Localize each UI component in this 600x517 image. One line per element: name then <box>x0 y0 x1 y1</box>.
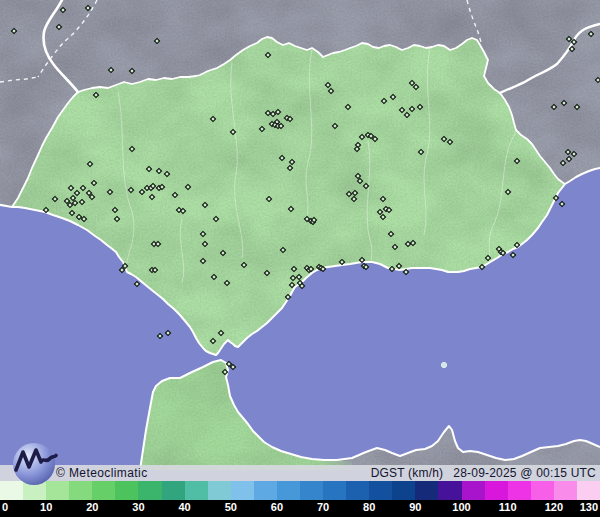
scale-color-block <box>531 481 554 500</box>
scale-tick-label: 120 <box>545 501 563 513</box>
scale-color-block <box>438 481 461 500</box>
scale-color-block <box>554 481 577 500</box>
scale-tick-label: 10 <box>40 501 52 513</box>
scale-tick-label: 20 <box>86 501 98 513</box>
scale-color-block <box>346 481 369 500</box>
weather-map-screenshot: © Meteoclimatic DGST (km/h) 28-09-2025 @… <box>0 0 600 517</box>
scale-tick-label: 80 <box>363 501 375 513</box>
alboran-island <box>441 362 446 367</box>
datetime-label: 28-09-2025 @ 00:15 UTC <box>453 466 596 480</box>
scale-color-block <box>508 481 531 500</box>
scale-color-block <box>231 481 254 500</box>
scale-color-block <box>208 481 231 500</box>
scale-color-block <box>69 481 92 500</box>
scale-tick-label: 100 <box>452 501 470 513</box>
scale-tick-label: 110 <box>499 501 517 513</box>
color-scale <box>0 481 600 500</box>
scale-tick-label: 130 <box>580 501 598 513</box>
scale-color-block <box>300 481 323 500</box>
info-bar: © Meteoclimatic DGST (km/h) 28-09-2025 @… <box>0 465 600 481</box>
copyright-label: © Meteoclimatic <box>56 466 148 480</box>
scale-color-block <box>462 481 485 500</box>
map-canvas <box>0 0 600 517</box>
scale-tick-label: 50 <box>225 501 237 513</box>
scale-tick-label: 90 <box>409 501 421 513</box>
scale-color-block <box>254 481 277 500</box>
scale-tick-label: 70 <box>317 501 329 513</box>
scale-color-block <box>92 481 115 500</box>
meteoclimatic-logo[interactable] <box>10 441 58 487</box>
scale-tick-label: 60 <box>271 501 283 513</box>
scale-tick-labels: 0102030405060708090100110120130 <box>0 500 600 517</box>
scale-color-block <box>185 481 208 500</box>
product-label: DGST (km/h) <box>371 466 444 480</box>
scale-color-block <box>485 481 508 500</box>
scale-color-block <box>277 481 300 500</box>
scale-color-block <box>115 481 138 500</box>
scale-tick-label: 0 <box>2 501 8 513</box>
scale-color-block <box>392 481 415 500</box>
scale-color-block <box>415 481 438 500</box>
scale-tick-label: 40 <box>178 501 190 513</box>
scale-color-block <box>138 481 161 500</box>
scale-color-block <box>162 481 185 500</box>
scale-tick-label: 30 <box>132 501 144 513</box>
scale-color-block <box>369 481 392 500</box>
scale-color-block <box>323 481 346 500</box>
scale-color-block <box>577 481 600 500</box>
